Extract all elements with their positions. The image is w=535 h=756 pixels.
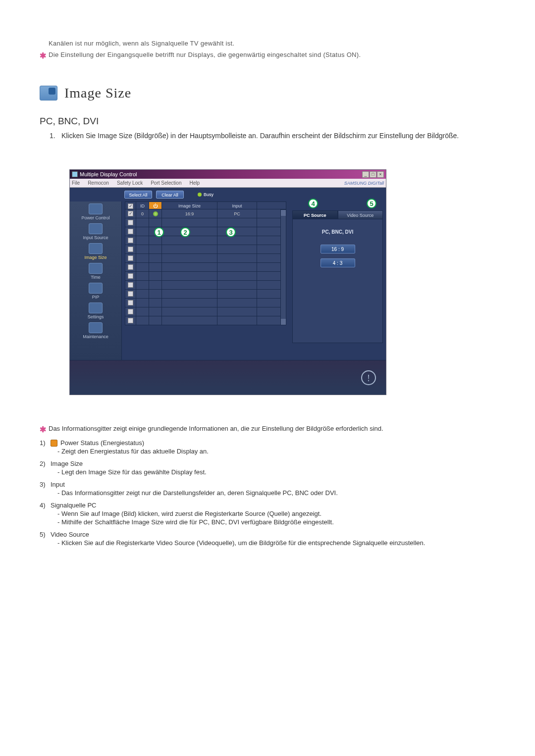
- sidebar-item-input-source[interactable]: Input Source: [70, 221, 121, 241]
- busy-indicator: Busy: [198, 192, 214, 197]
- checkbox-icon: [128, 211, 133, 216]
- table-row: [125, 281, 280, 290]
- table-row: [125, 245, 280, 254]
- power-on-icon: [153, 211, 158, 216]
- scroll-up-icon[interactable]: [281, 210, 286, 216]
- table-row: [125, 218, 280, 227]
- table-row: [125, 227, 280, 236]
- checkbox-icon[interactable]: [128, 291, 133, 297]
- checkbox-icon[interactable]: [128, 238, 133, 243]
- tab-video-source[interactable]: Video Source: [338, 210, 383, 219]
- right-panel: PC Source Video Source 4 5 PC, BNC, DVI …: [289, 202, 386, 360]
- th-power[interactable]: ⏻: [149, 202, 162, 209]
- checkbox-icon[interactable]: [128, 247, 133, 252]
- info-note: ✱ Das Informationsgitter zeigt einige gr…: [40, 425, 495, 434]
- td-power: [149, 209, 162, 218]
- intro-note-text: Kanälen ist nur möglich, wenn als Signal…: [49, 40, 495, 49]
- th-input[interactable]: Input: [217, 202, 257, 209]
- item-sub: - Das Informationsgitter zeigt nur die D…: [57, 489, 495, 497]
- sidebar-item-pip[interactable]: PIP: [70, 281, 121, 301]
- toolbar: Select All Clear All Busy: [70, 188, 386, 202]
- table-row: [125, 299, 280, 307]
- menu-file[interactable]: File: [72, 180, 80, 186]
- callout-marker-3: 3: [226, 227, 236, 237]
- power-status-icon: [51, 440, 57, 447]
- menu-safetylock[interactable]: Safety Lock: [117, 180, 143, 186]
- th-id[interactable]: ID: [136, 202, 149, 209]
- close-button[interactable]: ×: [377, 171, 384, 178]
- clear-all-button[interactable]: Clear All: [156, 191, 184, 199]
- table-row[interactable]: 0 16:9 PC: [125, 209, 280, 218]
- item-sub: - Zeigt den Energiestatus für das aktuel…: [57, 448, 495, 455]
- maximize-button[interactable]: □: [370, 171, 376, 178]
- checkbox-icon[interactable]: [128, 229, 133, 234]
- td-image-size: 16:9: [162, 209, 217, 218]
- minimize-button[interactable]: _: [362, 171, 369, 178]
- table-body: 0 16:9 PC: [125, 209, 280, 325]
- th-checkbox[interactable]: [125, 202, 136, 209]
- select-all-button[interactable]: Select All: [124, 191, 152, 199]
- menu-remocon[interactable]: Remocon: [88, 180, 109, 186]
- sidebar-item-time[interactable]: Time: [70, 261, 121, 281]
- table-row: [125, 254, 280, 263]
- panel-label: PC, BNC, DVI: [297, 229, 378, 235]
- checkbox-icon[interactable]: [128, 273, 133, 279]
- callout-marker-1: 1: [154, 227, 164, 237]
- numbered-item: 5) Video Source - Klicken Sie auf die Re…: [40, 531, 495, 547]
- sidebar-item-image-size[interactable]: Image Size: [70, 241, 121, 261]
- checkbox-icon[interactable]: [128, 300, 133, 305]
- item-title: Image Size: [51, 460, 83, 467]
- callout-marker-4: 4: [308, 199, 318, 208]
- td-checkbox[interactable]: [125, 209, 136, 218]
- callout-marker-2: 2: [180, 227, 190, 237]
- table-row: [125, 263, 280, 272]
- right-panel-body: PC, BNC, DVI 16 : 9 4 : 3: [292, 219, 383, 343]
- menubar: File Remocon Safety Lock Port Selection …: [70, 179, 386, 188]
- sidebar-item-settings[interactable]: Settings: [70, 301, 121, 320]
- table-row: [125, 316, 280, 325]
- checkbox-icon[interactable]: [128, 318, 133, 323]
- sidebar-item-power-control[interactable]: Power Control: [70, 202, 121, 221]
- brand-label: SAMSUNG DIGITall: [344, 181, 384, 186]
- table-row: [125, 272, 280, 281]
- section-title: Image Size: [64, 85, 131, 101]
- checkbox-icon[interactable]: [128, 309, 133, 314]
- ordered-step: 1. Klicken Sie Image Size (Bildgröße) in…: [50, 132, 495, 140]
- app-icon: [72, 171, 78, 177]
- power-control-icon: [89, 203, 103, 214]
- image-size-icon: [40, 86, 57, 101]
- window-title: Multiple Display Control: [80, 171, 362, 177]
- menu-help[interactable]: Help: [189, 180, 200, 186]
- numbered-item: 4) Signalquelle PC - Wenn Sie auf Image …: [40, 502, 495, 526]
- time-icon: [89, 263, 103, 274]
- checkbox-icon[interactable]: [128, 255, 133, 261]
- item-title: Power Status (Energiestatus): [60, 439, 144, 447]
- titlebar: Multiple Display Control _ □ ×: [70, 170, 386, 179]
- menu-portselection[interactable]: Port Selection: [151, 180, 181, 186]
- scroll-down-icon[interactable]: [281, 319, 286, 325]
- scrollbar[interactable]: [280, 209, 286, 325]
- table-header: ID ⏻ Image Size Input: [125, 202, 286, 209]
- info-icon: !: [361, 370, 376, 385]
- input-source-icon: [89, 223, 103, 234]
- item-title: Video Source: [51, 531, 89, 538]
- checkbox-icon[interactable]: [128, 264, 133, 270]
- th-image-size[interactable]: Image Size: [162, 202, 217, 209]
- status-bar: !: [70, 360, 386, 395]
- ratio-4-3-button[interactable]: 4 : 3: [321, 258, 355, 267]
- app-screenshot: Multiple Display Control _ □ × File Remo…: [69, 169, 386, 395]
- item-title: Signalquelle PC: [51, 502, 97, 509]
- item-title: Input: [51, 481, 65, 488]
- star-icon: ✱: [40, 51, 49, 60]
- numbered-item: 3) Input - Das Informationsgitter zeigt …: [40, 481, 495, 497]
- tab-pc-source[interactable]: PC Source: [292, 210, 338, 219]
- item-sub: - Wenn Sie auf Image (Bild) klicken, wir…: [57, 510, 495, 517]
- checkbox-icon[interactable]: [128, 220, 133, 225]
- numbered-item: 1) Power Status (Energiestatus) - Zeigt …: [40, 439, 495, 455]
- sidebar-item-maintenance[interactable]: Maintenance: [70, 320, 121, 340]
- ratio-16-9-button[interactable]: 16 : 9: [321, 245, 355, 253]
- sidebar: Power Control Input Source Image Size Ti…: [70, 202, 122, 360]
- intro-note: ✱ Kanälen ist nur möglich, wenn als Sign…: [40, 40, 495, 49]
- intro-note-text: Die Einstellung der Eingangsquelle betri…: [49, 51, 495, 60]
- checkbox-icon[interactable]: [128, 282, 133, 288]
